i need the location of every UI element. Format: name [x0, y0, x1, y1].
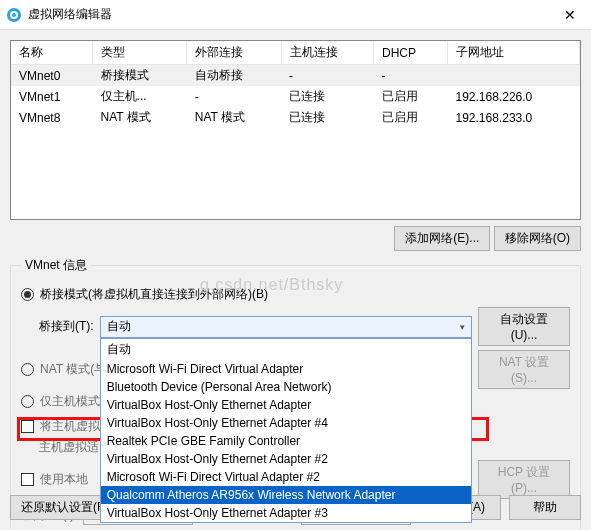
window-title: 虚拟网络编辑器 — [28, 6, 555, 23]
dropdown-option[interactable]: Qualcomm Atheros AR956x Wireless Network… — [101, 486, 471, 504]
nat-radio-label: NAT 模式(与 — [40, 361, 106, 378]
bridge-to-selected: 自动 — [107, 318, 131, 335]
close-button[interactable]: ✕ — [555, 2, 585, 28]
nat-radio[interactable] — [21, 363, 34, 376]
auto-settings-button[interactable]: 自动设置(U)... — [478, 307, 570, 346]
dropdown-option[interactable]: Microsoft Wi-Fi Direct Virtual Adapter — [101, 360, 471, 378]
dropdown-option[interactable]: VirtualBox Host-Only Ethernet Adapter — [101, 396, 471, 414]
chevron-down-icon: ▾ — [460, 322, 465, 332]
app-icon — [6, 7, 22, 23]
col-header[interactable]: 名称 — [11, 41, 93, 65]
table-row[interactable]: VMnet8NAT 模式NAT 模式已连接已启用192.168.233.0 — [11, 107, 580, 128]
host-adapter-label: 主机虚拟适 — [39, 439, 99, 456]
vmnet-info-legend: VMnet 信息 — [21, 257, 91, 274]
dropdown-option[interactable]: Microsoft Wi-Fi Direct Virtual Adapter #… — [101, 468, 471, 486]
network-table[interactable]: 名称类型外部连接主机连接DHCP子网地址 VMnet0桥接模式自动桥接--VMn… — [10, 40, 581, 220]
hostonly-radio[interactable] — [21, 395, 34, 408]
bridge-radio[interactable] — [21, 288, 34, 301]
remove-network-button[interactable]: 移除网络(O) — [494, 226, 581, 251]
bridge-to-combo[interactable]: 自动 ▾ — [100, 316, 472, 338]
nat-settings-button: NAT 设置(S)... — [478, 350, 570, 389]
dropdown-option[interactable]: VirtualBox Host-Only Ethernet Adapter #3 — [101, 504, 471, 522]
dropdown-option[interactable]: Bluetooth Device (Personal Area Network) — [101, 378, 471, 396]
connect-host-label: 将主机虚拟 — [40, 418, 100, 435]
bridge-radio-label: 桥接模式(将虚拟机直接连接到外部网络)(B) — [40, 286, 268, 303]
connect-host-checkbox[interactable] — [21, 420, 34, 433]
svg-point-2 — [12, 13, 16, 17]
table-row[interactable]: VMnet0桥接模式自动桥接-- — [11, 65, 580, 87]
add-network-button[interactable]: 添加网络(E)... — [394, 226, 490, 251]
col-header[interactable]: 子网地址 — [448, 41, 580, 65]
bridge-to-dropdown[interactable]: 自动Microsoft Wi-Fi Direct Virtual Adapter… — [100, 338, 472, 523]
col-header[interactable]: 外部连接 — [187, 41, 281, 65]
hostonly-radio-label: 仅主机模式 — [40, 393, 100, 410]
dropdown-option[interactable]: VirtualBox Host-Only Ethernet Adapter #2 — [101, 450, 471, 468]
col-header[interactable]: 类型 — [93, 41, 187, 65]
help-button[interactable]: 帮助 — [509, 495, 581, 520]
col-header[interactable]: 主机连接 — [281, 41, 373, 65]
dropdown-option[interactable]: 自动 — [101, 339, 471, 360]
bridge-to-label: 桥接到(T): — [39, 318, 94, 335]
dropdown-option[interactable]: Realtek PCIe GBE Family Controller — [101, 432, 471, 450]
col-header[interactable]: DHCP — [374, 41, 448, 65]
table-row[interactable]: VMnet1仅主机...-已连接已启用192.168.226.0 — [11, 86, 580, 107]
titlebar: 虚拟网络编辑器 ✕ — [0, 0, 591, 30]
dropdown-option[interactable]: VirtualBox Host-Only Ethernet Adapter #4 — [101, 414, 471, 432]
